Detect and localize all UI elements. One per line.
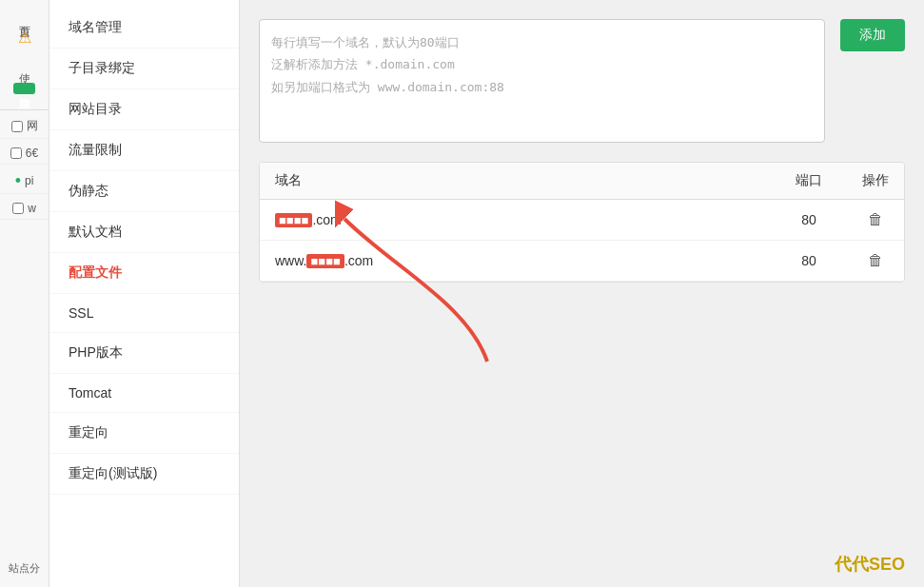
site-label-4: w xyxy=(28,202,36,215)
action-cell-1: 🗑 xyxy=(847,200,904,241)
delete-icon-2[interactable]: 🗑 xyxy=(868,252,883,268)
col-port: 端口 xyxy=(771,163,847,200)
site-checkbox-1[interactable] xyxy=(11,121,23,132)
warn-text: 使 xyxy=(12,56,36,71)
domain-cell-1: ■■■■.com xyxy=(260,200,771,241)
sidebar-item-redirect-beta[interactable]: 重定向(测试版) xyxy=(49,454,239,495)
col-domain: 域名 xyxy=(260,163,771,200)
sidebar-item-config-file[interactable]: 配置文件 xyxy=(49,253,239,294)
domain-suffix-1: .com xyxy=(312,212,341,227)
domain-table: 域名 端口 操作 ■■■■.com 80 🗑 www.■ xyxy=(259,162,905,283)
sidebar: 域名管理 子目录绑定 网站目录 流量限制 伪静态 默认文档 配置文件 SSL P… xyxy=(49,0,240,587)
sidebar-item-ssl[interactable]: SSL xyxy=(49,294,239,333)
site-label-3: pi xyxy=(25,174,33,187)
sidebar-item-pseudo-static[interactable]: 伪静态 xyxy=(49,171,239,212)
home-link[interactable]: 首页 xyxy=(12,10,36,25)
site-row-3: • pi xyxy=(0,168,49,194)
sidebar-item-default-doc[interactable]: 默认文档 xyxy=(49,212,239,253)
sidebar-item-traffic[interactable]: 流量限制 xyxy=(49,130,239,171)
site-bottom-label: 站点分 xyxy=(7,558,42,579)
table-row: www.■■■■.com 80 🗑 xyxy=(260,241,904,282)
dot-icon-3: • xyxy=(15,172,21,189)
domain-redacted-2: ■■■■ xyxy=(306,254,344,268)
sidebar-item-subdir-bind[interactable]: 子目录绑定 xyxy=(49,49,239,89)
site-label-2: 6€ xyxy=(26,147,38,160)
delete-icon-1[interactable]: 🗑 xyxy=(868,211,883,227)
domain-suffix-2: .com xyxy=(344,253,373,268)
main-content: 每行填写一个域名，默认为80端口 泛解析添加方法 *.domain.com 如另… xyxy=(240,0,924,587)
add-domain-button[interactable]: 添加 xyxy=(840,19,905,51)
site-row-1: 网 xyxy=(0,114,49,139)
table-row: ■■■■.com 80 🗑 xyxy=(260,200,904,241)
far-left-panel: 首页 ⚠ 使 添加站 网 6€ • pi w 站点分 xyxy=(0,0,49,587)
sidebar-item-redirect[interactable]: 重定向 xyxy=(49,413,239,454)
sidebar-item-php-version[interactable]: PHP版本 xyxy=(49,333,239,374)
port-cell-1: 80 xyxy=(771,200,847,241)
sidebar-item-tomcat[interactable]: Tomcat xyxy=(49,374,239,413)
site-checkbox-4[interactable] xyxy=(12,203,24,214)
col-action: 操作 xyxy=(847,163,904,200)
sidebar-item-site-dir[interactable]: 网站目录 xyxy=(49,89,239,130)
site-label-1: 网 xyxy=(27,118,38,134)
domain-redacted-1: ■■■■ xyxy=(275,213,312,227)
warning-icon: ⚠ xyxy=(18,29,31,47)
watermark: 代代SEO xyxy=(835,553,905,576)
domain-prefix-2: www. xyxy=(275,253,306,268)
site-row-4: w xyxy=(0,198,49,220)
add-site-button[interactable]: 添加站 xyxy=(13,83,35,94)
domain-input-section: 每行填写一个域名，默认为80端口 泛解析添加方法 *.domain.com 如另… xyxy=(259,19,905,143)
site-row-2: 6€ xyxy=(0,143,49,165)
domain-textarea[interactable]: 每行填写一个域名，默认为80端口 泛解析添加方法 *.domain.com 如另… xyxy=(259,19,825,143)
action-cell-2: 🗑 xyxy=(847,241,904,282)
sidebar-item-domain-mgmt[interactable]: 域名管理 xyxy=(49,8,239,49)
domain-cell-2: www.■■■■.com xyxy=(260,241,771,282)
port-cell-2: 80 xyxy=(771,241,847,282)
site-checkbox-2[interactable] xyxy=(10,147,22,159)
